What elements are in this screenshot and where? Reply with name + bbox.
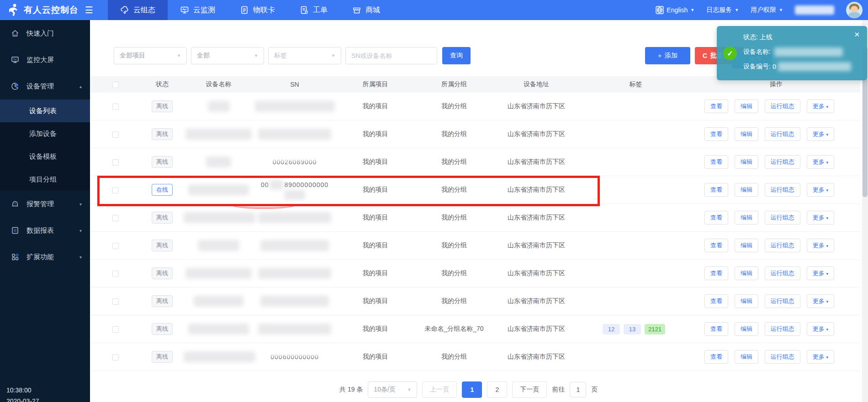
sidebar-item-label: 设备管理 bbox=[26, 82, 72, 91]
sidebar-item-project-group[interactable]: 项目分组 bbox=[0, 168, 90, 191]
language-menu[interactable]: English ▼ bbox=[656, 6, 694, 14]
row-checkbox[interactable] bbox=[112, 271, 119, 277]
prev-page-button[interactable]: 上一页 bbox=[422, 381, 457, 398]
select-all-checkbox[interactable] bbox=[112, 82, 119, 88]
tags-cell: 12132121 bbox=[579, 324, 692, 334]
project-filter-select[interactable]: 全部项目 ▼ bbox=[114, 47, 187, 64]
edit-button[interactable]: 编辑 bbox=[735, 322, 758, 336]
redacted-sn bbox=[258, 129, 331, 140]
hamburger-menu-icon[interactable]: ☰ bbox=[85, 5, 93, 16]
user-permission-menu[interactable]: 用户权限 ▼ bbox=[751, 6, 783, 14]
view-button[interactable]: 查看 bbox=[704, 350, 728, 364]
edit-button[interactable]: 编辑 bbox=[735, 350, 758, 364]
tab-mall[interactable]: 商城 bbox=[340, 0, 392, 20]
row-checkbox[interactable] bbox=[112, 298, 119, 305]
run-scada-button[interactable]: 运行组态 bbox=[765, 211, 800, 224]
view-button[interactable]: 查看 bbox=[704, 322, 728, 336]
tab-cloud-monitor[interactable]: 云监测 bbox=[168, 0, 228, 20]
sidebar-item-device-management[interactable]: 设备管理 ▴ bbox=[0, 73, 90, 99]
sidebar-item-monitor-screen[interactable]: 监控大屏 bbox=[0, 47, 90, 73]
edit-button[interactable]: 编辑 bbox=[735, 266, 758, 280]
edit-button[interactable]: 编辑 bbox=[735, 294, 758, 308]
more-button[interactable]: 更多 ▾ bbox=[807, 266, 834, 280]
sidebar-item-label: 快速入门 bbox=[26, 29, 82, 38]
tab-cloud-scada[interactable]: 云组态 bbox=[108, 0, 168, 20]
sidebar-item-extensions[interactable]: 扩展功能 ▾ bbox=[0, 244, 90, 270]
more-button[interactable]: 更多 ▾ bbox=[807, 350, 834, 364]
view-button[interactable]: 查看 bbox=[704, 294, 728, 308]
mall-icon bbox=[352, 5, 361, 15]
edit-button[interactable]: 编辑 bbox=[735, 211, 758, 224]
search-input[interactable] bbox=[345, 47, 437, 64]
run-scada-button[interactable]: 运行组态 bbox=[765, 183, 800, 197]
run-scada-button[interactable]: 运行组态 bbox=[765, 99, 800, 113]
page-size-select[interactable]: 10条/页 ▼ bbox=[368, 381, 417, 398]
row-checkbox[interactable] bbox=[112, 243, 119, 249]
actions-cell: 查看 编辑 运行组态 更多 ▾ bbox=[692, 127, 860, 141]
run-scada-button[interactable]: 运行组态 bbox=[765, 322, 800, 336]
edit-button[interactable]: 编辑 bbox=[735, 155, 758, 169]
more-button[interactable]: 更多 ▾ bbox=[807, 155, 834, 169]
row-checkbox[interactable] bbox=[112, 326, 119, 333]
close-icon[interactable]: ✕ bbox=[854, 31, 860, 39]
address-cell: 山东省济南市历下区 bbox=[493, 102, 579, 110]
add-button[interactable]: + 添加 bbox=[645, 47, 690, 64]
sidebar-item-quickstart[interactable]: 快速入门 bbox=[0, 20, 90, 47]
run-scada-button[interactable]: 运行组态 bbox=[765, 294, 800, 308]
view-button[interactable]: 查看 bbox=[704, 266, 728, 280]
row-checkbox[interactable] bbox=[112, 187, 119, 193]
view-button[interactable]: 查看 bbox=[704, 155, 728, 169]
row-checkbox[interactable] bbox=[112, 215, 119, 221]
edit-button[interactable]: 编辑 bbox=[735, 99, 758, 113]
sidebar-item-device-list[interactable]: 设备列表 bbox=[0, 99, 90, 122]
row-checkbox[interactable] bbox=[112, 159, 119, 166]
more-button[interactable]: 更多 ▾ bbox=[807, 294, 834, 308]
log-service-menu[interactable]: 日志服务 ▼ bbox=[706, 6, 739, 14]
avatar[interactable] bbox=[846, 2, 863, 18]
tag-filter-select[interactable]: 标签 ▼ bbox=[268, 47, 341, 64]
table-row: 在线 0089000000000 我的项目 我的分组 山东省济南市历下区 查看 … bbox=[90, 176, 860, 204]
actions-cell: 查看 编辑 运行组态 更多 ▾ bbox=[692, 294, 860, 308]
run-scada-button[interactable]: 运行组态 bbox=[765, 239, 800, 252]
row-checkbox[interactable] bbox=[112, 131, 119, 138]
edit-button[interactable]: 编辑 bbox=[735, 239, 758, 252]
address-cell: 山东省济南市历下区 bbox=[493, 158, 579, 166]
query-button[interactable]: 查询 bbox=[442, 47, 471, 64]
page-button-1[interactable]: 1 bbox=[462, 381, 482, 398]
row-checkbox[interactable] bbox=[112, 104, 119, 110]
project-filter-value: 全部项目 bbox=[120, 52, 145, 60]
sidebar-item-add-device[interactable]: 添加设备 bbox=[0, 122, 90, 145]
more-button[interactable]: 更多 ▾ bbox=[807, 239, 834, 252]
tab-iot-card[interactable]: 物联卡 bbox=[228, 0, 287, 20]
sidebar-item-alarm-management[interactable]: 报警管理 ▾ bbox=[0, 191, 90, 217]
sidebar-item-data-report[interactable]: 数据报表 ▾ bbox=[0, 217, 90, 244]
view-button[interactable]: 查看 bbox=[704, 127, 728, 141]
tab-work-order[interactable]: 工单 bbox=[287, 0, 340, 20]
submenu-label: 添加设备 bbox=[29, 130, 57, 138]
edit-button[interactable]: 编辑 bbox=[735, 183, 758, 197]
run-scada-button[interactable]: 运行组态 bbox=[765, 155, 800, 169]
view-button[interactable]: 查看 bbox=[704, 239, 728, 252]
goto-page-input[interactable] bbox=[570, 382, 586, 397]
run-scada-button[interactable]: 运行组态 bbox=[765, 350, 800, 364]
run-scada-button[interactable]: 运行组态 bbox=[765, 266, 800, 280]
row-checkbox[interactable] bbox=[112, 354, 119, 360]
next-page-button[interactable]: 下一页 bbox=[512, 381, 547, 398]
page-button-2[interactable]: 2 bbox=[487, 381, 507, 398]
more-button[interactable]: 更多 ▾ bbox=[807, 211, 834, 224]
status-filter-select[interactable]: 全部 ▼ bbox=[191, 47, 264, 64]
more-button[interactable]: 更多 ▾ bbox=[807, 99, 834, 113]
table-row: 离线 00026089000 我的项目 我的分组 山东省济南市历下区 查看 编辑… bbox=[90, 148, 860, 176]
submenu-label: 设备模板 bbox=[29, 152, 57, 161]
view-button[interactable]: 查看 bbox=[704, 183, 728, 197]
view-button[interactable]: 查看 bbox=[704, 211, 728, 224]
more-button[interactable]: 更多 ▾ bbox=[807, 322, 834, 336]
run-scada-button[interactable]: 运行组态 bbox=[765, 127, 800, 141]
edit-button[interactable]: 编辑 bbox=[735, 127, 758, 141]
view-button[interactable]: 查看 bbox=[704, 99, 728, 113]
project-cell: 我的项目 bbox=[336, 130, 415, 138]
toast-code-label: 设备编号: bbox=[743, 63, 771, 71]
more-button[interactable]: 更多 ▾ bbox=[807, 127, 834, 141]
sidebar-item-device-template[interactable]: 设备模板 bbox=[0, 145, 90, 168]
more-button[interactable]: 更多 ▾ bbox=[807, 183, 834, 197]
